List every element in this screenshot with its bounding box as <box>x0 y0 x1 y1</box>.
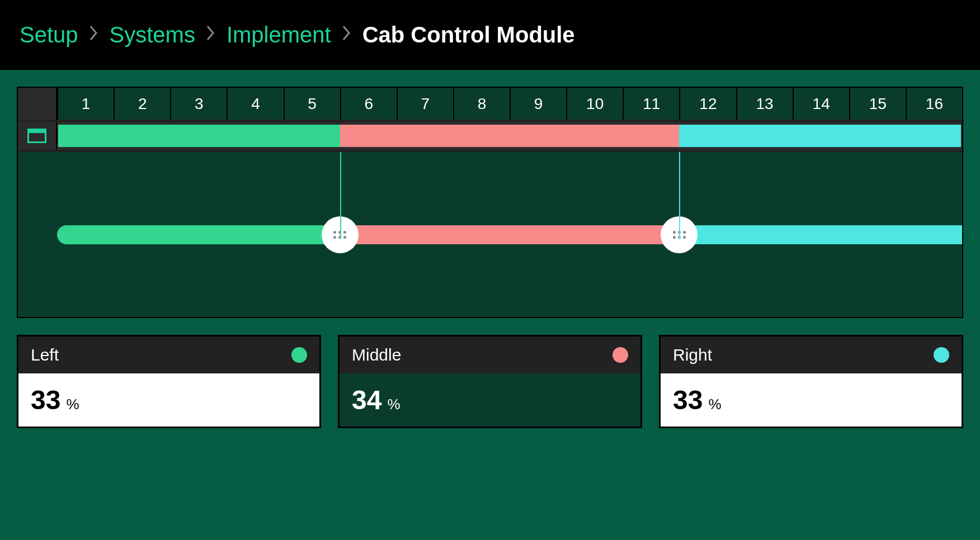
column-header: 10 <box>566 88 623 120</box>
dot-left-icon <box>291 347 307 363</box>
column-header: 14 <box>793 88 849 120</box>
breadcrumb-systems[interactable]: Systems <box>110 22 195 48</box>
segment <box>679 125 961 147</box>
column-header: 12 <box>679 88 736 120</box>
card-left-value: 33 <box>31 385 60 415</box>
column-header: 2 <box>114 88 170 120</box>
column-header: 13 <box>736 88 793 120</box>
section-diagram: 12345678910111213141516 <box>17 87 963 318</box>
column-header: 9 <box>510 88 566 120</box>
column-header: 5 <box>284 88 340 120</box>
value-cards: Left 33 % Middle 34 % Right <box>17 335 963 428</box>
slider-track <box>57 225 962 244</box>
divider-line-left <box>340 152 341 239</box>
column-header: 16 <box>906 88 962 120</box>
column-header: 6 <box>340 88 397 120</box>
card-left-label: Left <box>31 345 59 364</box>
column-header: 8 <box>453 88 510 120</box>
chevron-right-icon <box>206 25 215 45</box>
card-left[interactable]: Left 33 % <box>17 335 321 428</box>
segment-row <box>18 122 962 152</box>
slider-segment <box>679 225 962 244</box>
column-header: 3 <box>170 88 227 120</box>
breadcrumb: Setup Systems Implement Cab Control Modu… <box>0 0 980 70</box>
divider-line-right <box>679 152 680 239</box>
column-header-row: 12345678910111213141516 <box>18 88 962 122</box>
column-header: 1 <box>57 88 114 120</box>
breadcrumb-current: Cab Control Module <box>362 22 575 48</box>
segment-track <box>57 122 962 150</box>
header-spacer <box>18 88 57 120</box>
segment <box>58 125 340 147</box>
card-right-value: 33 <box>673 385 703 415</box>
card-right-label: Right <box>673 345 712 364</box>
dot-middle-icon <box>613 347 628 363</box>
column-header: 15 <box>849 88 906 120</box>
boom-icon-cell <box>18 122 57 150</box>
breadcrumb-setup[interactable]: Setup <box>20 22 78 48</box>
card-left-unit: % <box>66 396 79 413</box>
card-middle-value: 34 <box>352 385 381 415</box>
card-middle[interactable]: Middle 34 % <box>338 335 642 428</box>
segment <box>340 125 679 147</box>
boom-icon <box>27 129 46 143</box>
column-header: 7 <box>397 88 453 120</box>
dot-right-icon <box>934 347 949 363</box>
card-right[interactable]: Right 33 % <box>659 335 963 428</box>
slider-area <box>18 152 962 317</box>
breadcrumb-implement[interactable]: Implement <box>227 22 331 48</box>
slider-segment <box>57 225 340 244</box>
chevron-right-icon <box>342 25 351 45</box>
card-right-unit: % <box>708 396 721 413</box>
card-middle-label: Middle <box>352 345 401 364</box>
slider-segment <box>340 225 680 244</box>
column-header: 11 <box>623 88 679 120</box>
card-middle-unit: % <box>387 396 400 413</box>
column-header: 4 <box>227 88 283 120</box>
chevron-right-icon <box>89 25 98 45</box>
